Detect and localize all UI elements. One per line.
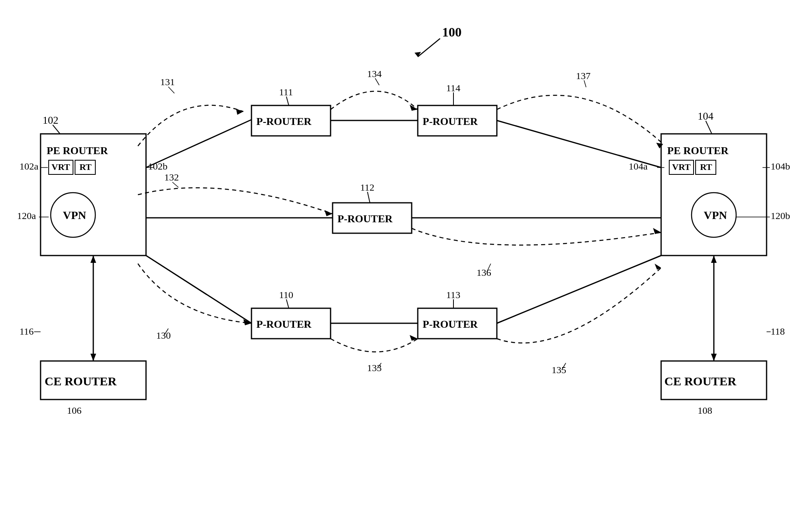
p-router-114-label: P-ROUTER <box>423 116 478 127</box>
svg-marker-30 <box>90 354 96 361</box>
svg-line-24 <box>367 192 370 203</box>
svg-marker-39 <box>324 210 333 216</box>
svg-line-38 <box>584 80 586 87</box>
label-110: 110 <box>279 290 293 300</box>
label-102: 102 <box>43 114 58 126</box>
dashed-130 <box>138 264 251 323</box>
svg-marker-32 <box>711 354 717 361</box>
label-113: 113 <box>446 290 460 300</box>
svg-text:VRT: VRT <box>52 162 70 172</box>
label-106: 106 <box>67 405 82 416</box>
svg-line-0 <box>418 39 440 57</box>
ce-router-left-label: CE ROUTER <box>45 374 117 388</box>
conn-114-to-pe-right <box>497 120 661 168</box>
svg-marker-41 <box>653 228 661 234</box>
svg-line-22 <box>286 97 289 105</box>
dashed-134 <box>331 91 418 110</box>
svg-line-40 <box>172 182 178 187</box>
label-130: 130 <box>156 330 171 341</box>
label-118: 118 <box>771 326 785 337</box>
dashed-137 <box>497 95 663 144</box>
svg-line-25 <box>286 299 289 308</box>
label-102a: 102a <box>19 161 39 172</box>
label-112: 112 <box>360 182 374 193</box>
label-120b: 120b <box>771 211 790 221</box>
svg-line-8 <box>53 125 60 134</box>
label-114: 114 <box>446 83 460 93</box>
dashed-133 <box>331 339 418 352</box>
svg-text:VPN: VPN <box>63 209 86 221</box>
dashed-131 <box>138 105 243 146</box>
dashed-132 <box>138 188 333 214</box>
label-116: 116 <box>19 326 34 337</box>
label-132: 132 <box>164 172 179 183</box>
svg-text:VRT: VRT <box>672 162 691 172</box>
label-136: 136 <box>477 267 491 278</box>
label-134: 134 <box>367 69 382 79</box>
p-router-113-label: P-ROUTER <box>423 318 478 330</box>
label-133: 133 <box>367 363 382 373</box>
label-104: 104 <box>698 110 713 122</box>
p-router-111-label: P-ROUTER <box>256 116 311 127</box>
dashed-136 <box>412 228 661 245</box>
svg-marker-33 <box>236 109 243 115</box>
svg-text:VPN: VPN <box>704 209 727 221</box>
label-104b: 104b <box>771 161 790 172</box>
label-137: 137 <box>576 71 591 81</box>
pe-router-right-label: PE ROUTER <box>667 145 728 157</box>
pe-router-left-label: PE ROUTER <box>47 145 108 157</box>
p-router-112-label: P-ROUTER <box>337 213 393 225</box>
svg-line-36 <box>375 78 379 85</box>
ce-router-right-label: CE ROUTER <box>664 374 737 388</box>
p-router-110-label: P-ROUTER <box>256 318 311 330</box>
conn-pe-left-to-111 <box>146 120 251 168</box>
svg-line-18 <box>706 121 712 134</box>
label-120a: 120a <box>17 211 36 221</box>
svg-marker-31 <box>711 256 717 263</box>
label-100: 100 <box>442 25 462 39</box>
svg-text:RT: RT <box>700 162 712 172</box>
label-108: 108 <box>698 405 712 416</box>
dashed-135 <box>497 268 661 343</box>
svg-line-34 <box>168 87 174 93</box>
svg-marker-29 <box>90 256 96 263</box>
label-131: 131 <box>160 77 175 87</box>
svg-text:RT: RT <box>79 162 92 172</box>
conn-pe-left-to-110 <box>146 256 251 323</box>
label-111: 111 <box>279 87 293 97</box>
network-diagram: 100 PE ROUTER VRT RT VPN 102 102a 102b 1… <box>0 0 812 507</box>
